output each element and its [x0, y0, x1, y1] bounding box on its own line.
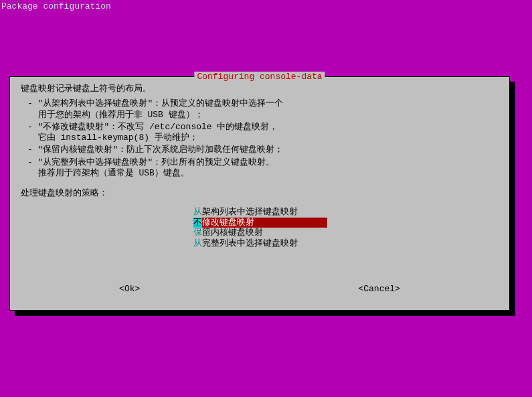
config-dialog: Configuring console-data 键盘映射记录键盘上符号的布局。… [9, 76, 510, 311]
option-full-list[interactable]: 从完整列表中选择键盘映射 [193, 238, 327, 249]
bullet-item: - "从完整列表中选择键盘映射"：列出所有的预定义键盘映射。 推荐用于跨架构（通… [27, 157, 499, 179]
bullet-item: - "保留内核键盘映射"：防止下次系统启动时加载任何键盘映射； [27, 145, 499, 155]
dialog-content: 键盘映射记录键盘上符号的布局。 - "从架构列表中选择键盘映射"：从预定义的键盘… [10, 77, 509, 256]
option-keep-kernel[interactable]: 保留内核键盘映射 [193, 228, 327, 238]
bullet-item: - "不修改键盘映射"：不改写 /etc/console 中的键盘映射， 它由 … [27, 122, 499, 144]
dialog-title: Configuring console-data [194, 72, 325, 82]
option-arch-list[interactable]: 从架构列表中选择键盘映射 [193, 207, 327, 218]
intro-text: 键盘映射记录键盘上符号的布局。 [21, 84, 499, 94]
option-no-change[interactable]: 不修改键盘映射 [193, 218, 327, 228]
page-header: Package configuration [1, 1, 111, 11]
policy-prompt: 处理键盘映射的策略： [21, 188, 499, 199]
bullet-item: - "从架构列表中选择键盘映射"：从预定义的键盘映射中选择一个 用于您的架构（推… [27, 98, 499, 121]
cancel-button[interactable]: <Cancel> [358, 284, 400, 294]
ok-button[interactable]: <Ok> [119, 284, 140, 294]
options-list: 从架构列表中选择键盘映射 不修改键盘映射 保留内核键盘映射 从完整列表中选择键盘… [193, 207, 327, 248]
button-row: <Ok> <Cancel> [10, 284, 509, 294]
